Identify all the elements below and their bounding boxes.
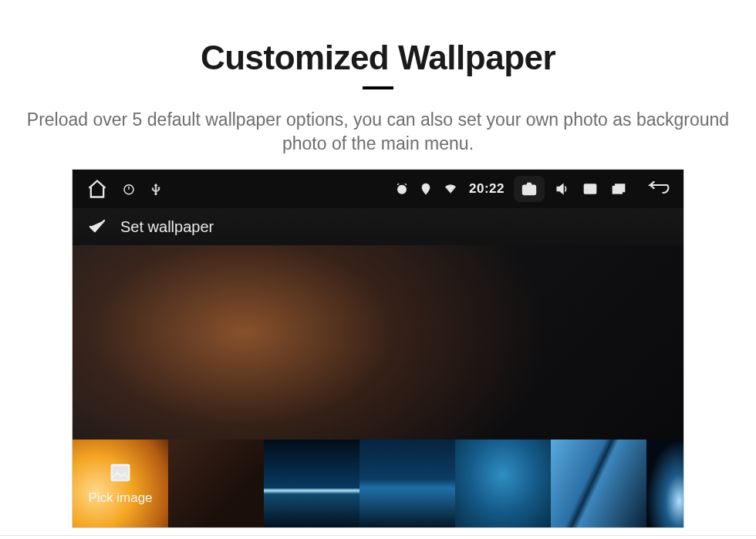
wallpaper-thumb[interactable] xyxy=(551,440,646,527)
pick-image-tile[interactable]: Pick image xyxy=(73,440,168,527)
status-left xyxy=(86,178,162,200)
status-right: 20:22 xyxy=(395,176,670,202)
wallpaper-thumb[interactable] xyxy=(168,440,264,527)
wallpaper-thumb[interactable] xyxy=(359,440,455,527)
home-icon[interactable] xyxy=(86,178,108,200)
svg-point-7 xyxy=(424,186,427,188)
svg-line-6 xyxy=(405,184,407,185)
svg-rect-14 xyxy=(112,465,130,480)
wallpaper-thumb[interactable] xyxy=(264,440,359,527)
volume-icon[interactable] xyxy=(554,181,571,197)
power-timer-icon xyxy=(122,182,136,196)
clock-text: 20:22 xyxy=(469,181,505,197)
alarm-icon xyxy=(395,182,409,196)
wallpaper-preview[interactable] xyxy=(73,245,683,440)
set-wallpaper-label[interactable]: Set wallpaper xyxy=(120,218,214,236)
back-icon[interactable] xyxy=(643,181,670,197)
svg-point-9 xyxy=(527,187,532,192)
location-icon xyxy=(420,182,432,196)
close-app-icon[interactable] xyxy=(582,181,599,197)
usb-icon xyxy=(150,182,162,196)
svg-line-5 xyxy=(397,184,399,185)
section-divider xyxy=(0,535,756,536)
device-screenshot: 20:22 xyxy=(73,170,683,527)
thumbnail-strip: Pick image xyxy=(73,440,683,527)
page-subtitle: Preload over 5 default wallpaper options… xyxy=(23,108,733,156)
screenshot-icon[interactable] xyxy=(514,176,545,202)
wallpaper-thumb[interactable] xyxy=(646,440,683,527)
title-underline xyxy=(363,86,393,89)
page-title: Customized Wallpaper xyxy=(0,39,756,77)
status-bar: 20:22 xyxy=(73,170,683,208)
pick-image-label: Pick image xyxy=(88,490,152,506)
image-icon xyxy=(107,461,133,484)
wallpaper-thumb[interactable] xyxy=(455,440,551,527)
wifi-icon xyxy=(443,183,458,195)
confirm-check-icon[interactable] xyxy=(85,217,108,236)
recent-apps-icon[interactable] xyxy=(609,181,628,197)
action-row: Set wallpaper xyxy=(73,208,683,245)
